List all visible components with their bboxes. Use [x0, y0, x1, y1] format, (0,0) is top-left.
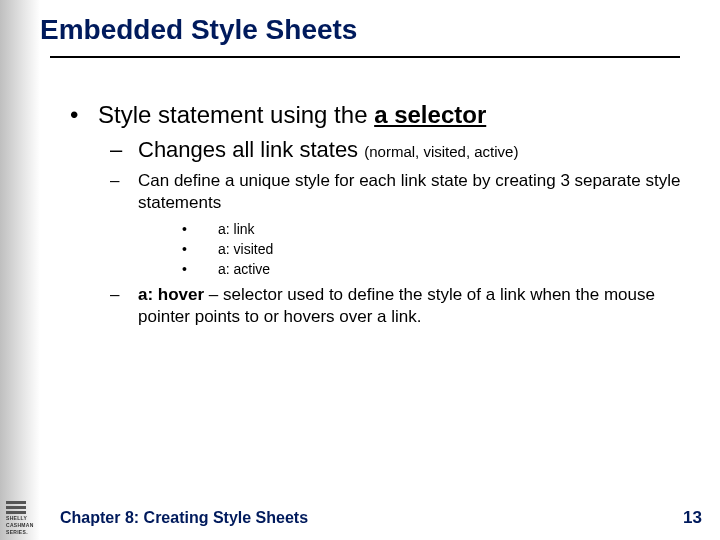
footer-page-number: 13	[683, 508, 702, 528]
left-gradient-strip	[0, 0, 40, 540]
level2-main: Changes all link states	[138, 137, 364, 162]
series-logo-icon: SHELLY CASHMAN SERIES.	[6, 498, 46, 538]
level2-paren: (normal, visited, active)	[364, 143, 518, 160]
level1-text: Style statement using the a selector	[98, 100, 486, 130]
logo-line: CASHMAN	[6, 523, 34, 528]
bullet-dot-icon: •	[182, 221, 218, 237]
level3-item: • a: active	[182, 260, 690, 278]
level3-text: a: link	[218, 220, 255, 238]
level2-item: – Can define a unique style for each lin…	[110, 170, 690, 214]
level3-item: • a: visited	[182, 240, 690, 258]
logo-line: SHELLY	[6, 516, 27, 521]
level2-hover-rest: – selector used to define the style of a…	[138, 285, 655, 326]
logo-bar-icon	[6, 501, 26, 504]
level2-item: – a: hover – selector used to define the…	[110, 284, 690, 328]
level2-text: Can define a unique style for each link …	[138, 170, 690, 214]
level1-bullet: • Style statement using the a selector	[70, 100, 690, 130]
bullet-dot-icon: •	[70, 101, 98, 129]
slide-content: • Style statement using the a selector –…	[70, 100, 690, 334]
footer-chapter: Chapter 8: Creating Style Sheets	[60, 509, 683, 527]
logo-bar-icon	[6, 506, 26, 509]
logo-line: SERIES.	[6, 530, 28, 535]
logo-bar-icon	[6, 511, 26, 514]
dash-icon: –	[110, 137, 138, 163]
bullet-dot-icon: •	[182, 261, 218, 277]
level2-block: – Changes all link states (normal, visit…	[110, 136, 690, 328]
slide-title: Embedded Style Sheets	[40, 14, 357, 46]
level1-selector: a selector	[374, 101, 486, 128]
bullet-dot-icon: •	[182, 241, 218, 257]
dash-icon: –	[110, 285, 138, 305]
level2-hover-bold: a: hover	[138, 285, 204, 304]
slide: Embedded Style Sheets • Style statement …	[0, 0, 720, 540]
footer: SHELLY CASHMAN SERIES. Chapter 8: Creati…	[0, 496, 720, 540]
level2-text: Changes all link states (normal, visited…	[138, 136, 518, 164]
level1-pre: Style statement using the	[98, 101, 374, 128]
level3-item: • a: link	[182, 220, 690, 238]
title-underline	[50, 56, 680, 58]
level3-text: a: active	[218, 260, 270, 278]
level3-block: • a: link • a: visited • a: active	[182, 220, 690, 279]
level2-text: a: hover – selector used to define the s…	[138, 284, 690, 328]
level2-item: – Changes all link states (normal, visit…	[110, 136, 690, 164]
level3-text: a: visited	[218, 240, 273, 258]
dash-icon: –	[110, 171, 138, 191]
